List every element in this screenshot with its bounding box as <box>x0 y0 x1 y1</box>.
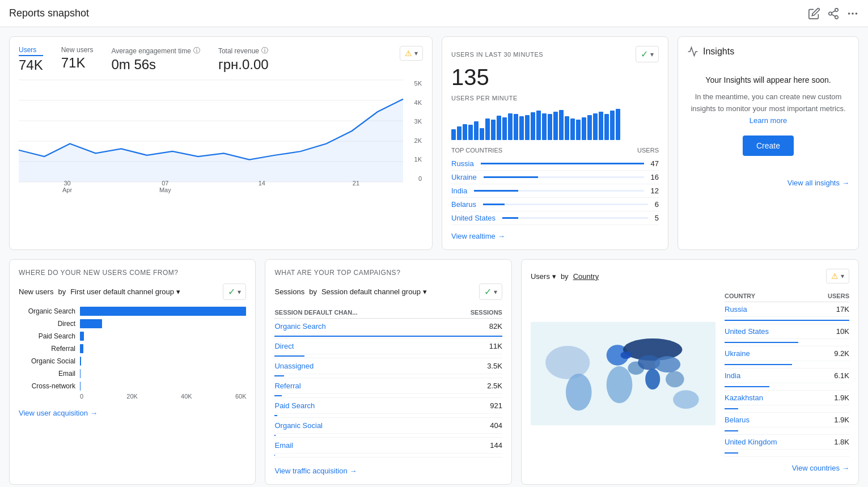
header: Reports snapshot <box>0 0 868 27</box>
hbar <box>80 357 81 366</box>
table-row: Unassigned 3.5K <box>274 358 502 374</box>
sessions-bar <box>274 415 277 416</box>
sessions-bar <box>274 375 283 376</box>
hbar-wrap <box>80 319 246 328</box>
channel-label: Organic Search <box>19 307 75 315</box>
world-map-svg <box>531 290 715 457</box>
country-name[interactable]: Ukraine <box>451 173 477 181</box>
insights-main-text: Your Insights will appear here soon. <box>687 75 849 84</box>
bar-rt <box>485 118 490 140</box>
more-icon[interactable] <box>846 7 859 20</box>
insights-sub-text: In the meantime, you can create new cust… <box>687 91 849 126</box>
users-label[interactable]: Users <box>19 46 43 56</box>
view-countries-link[interactable]: View countries → <box>531 464 849 472</box>
hbar-chart: Organic Search Direct Paid Search Referr… <box>19 307 246 391</box>
bar-rt <box>474 121 479 140</box>
campaigns-metric-selector[interactable]: Sessions by Session default channel grou… <box>274 287 426 296</box>
revenue-label: Total revenue ⓘ <box>218 46 269 56</box>
geo-country-name[interactable]: India <box>725 369 813 383</box>
country-name[interactable]: Belarus <box>451 200 476 209</box>
revenue-info-icon[interactable]: ⓘ <box>261 46 268 56</box>
view-all-insights-link[interactable]: View all insights → <box>687 179 849 187</box>
acquisition-metric-selector[interactable]: New users by First user default channel … <box>19 287 180 296</box>
realtime-title: USERS IN LAST 30 MINUTES <box>451 51 543 58</box>
table-row: Paid Search 921 <box>274 398 502 414</box>
geo-country-name[interactable]: United States <box>725 324 813 339</box>
campaign-name[interactable]: Paid Search <box>274 398 439 414</box>
table-row: United Kingdom 1.8K <box>725 435 849 450</box>
country-name[interactable]: United States <box>451 214 496 222</box>
hbar-row: Cross-network <box>19 382 246 391</box>
warning-icon: ⚠ <box>831 272 839 281</box>
chart-inner <box>19 80 403 182</box>
realtime-filter-button[interactable]: ✓ ▾ <box>636 46 659 62</box>
country-name[interactable]: India <box>451 187 467 195</box>
engagement-info-icon[interactable]: ⓘ <box>193 46 200 56</box>
chevron-down-icon: ▾ <box>841 272 844 280</box>
hbar-wrap <box>80 332 246 341</box>
arrow-right-icon: → <box>498 232 505 240</box>
campaigns-section-title: WHAT ARE YOUR TOP CAMPAIGNS? <box>274 269 502 277</box>
edit-icon[interactable] <box>808 7 820 20</box>
bar-rt <box>559 110 564 140</box>
country-row: Belarus 6 <box>451 198 659 211</box>
campaign-sessions: 144 <box>439 438 502 454</box>
arrow-right-icon: → <box>842 464 849 472</box>
svg-line-4 <box>832 10 835 12</box>
bar-rt <box>457 126 461 140</box>
geo-country-name[interactable]: United Kingdom <box>725 435 813 450</box>
sessions-bar-cell <box>274 374 502 378</box>
table-row: Organic Search 82K <box>274 319 502 334</box>
bar-rt <box>548 114 552 140</box>
country-row: Russia 47 <box>451 157 659 171</box>
country-bar <box>484 176 538 178</box>
chevron-down-icon: ▾ <box>238 288 241 296</box>
country-bar <box>502 217 518 219</box>
geo-country-name[interactable]: Russia <box>725 302 813 317</box>
create-button[interactable]: Create <box>743 135 794 156</box>
chart-x-labels: 30Apr 07May 14 21 <box>19 180 403 193</box>
users-alert-button[interactable]: ⚠ ▾ <box>400 46 423 61</box>
page-title: Reports snapshot <box>9 7 89 19</box>
view-acquisition-link[interactable]: View user acquisition → <box>19 409 246 417</box>
geo-alert-button[interactable]: ⚠ ▾ <box>826 269 849 283</box>
geo-country-users: 6.1K <box>813 369 849 383</box>
country-bar-wrap <box>502 217 648 219</box>
svg-point-27 <box>620 352 632 359</box>
campaign-name[interactable]: Organic Social <box>274 418 439 434</box>
country-bar-wrap <box>474 190 643 192</box>
geo-bar <box>725 364 792 365</box>
svg-point-24 <box>666 371 684 387</box>
campaign-name[interactable]: Direct <box>274 338 439 354</box>
share-icon[interactable] <box>827 7 840 20</box>
acquisition-card: WHERE DO YOUR NEW USERS COME FROM? New u… <box>9 259 256 485</box>
country-bar-wrap <box>484 176 644 178</box>
svg-point-0 <box>835 8 839 11</box>
view-realtime-link[interactable]: View realtime → <box>451 232 659 240</box>
geo-table-wrap: COUNTRY USERS Russia 17K United States 1… <box>725 290 849 457</box>
view-traffic-link[interactable]: View traffic acquisition → <box>274 467 502 475</box>
hbar-x-labels: 020K40K60K <box>80 393 246 400</box>
bar-rt <box>531 112 535 140</box>
geo-metric-selector[interactable]: Users ▾ by Country <box>531 272 599 281</box>
geo-bar-cell <box>725 383 849 391</box>
sessions-bar <box>274 336 502 337</box>
campaigns-filter-button[interactable]: ✓ ▾ <box>479 283 502 300</box>
geo-country-name[interactable]: Belarus <box>725 413 813 427</box>
acquisition-filter-button[interactable]: ✓ ▾ <box>223 283 246 300</box>
geo-country-name[interactable]: Kazakhstan <box>725 391 813 405</box>
table-row: Referral 2.5K <box>274 378 502 394</box>
bar-rt <box>502 117 507 140</box>
geo-country-name[interactable]: Ukraine <box>725 346 813 361</box>
table-row: Belarus 1.9K <box>725 413 849 427</box>
country-name[interactable]: Russia <box>451 159 474 168</box>
campaign-name[interactable]: Email <box>274 438 439 454</box>
users-col-label: USERS <box>637 147 659 154</box>
campaign-name[interactable]: Referral <box>274 378 439 394</box>
campaign-sessions: 921 <box>439 398 502 414</box>
campaign-name[interactable]: Unassigned <box>274 358 439 374</box>
campaign-name[interactable]: Organic Search <box>274 319 439 334</box>
svg-marker-14 <box>19 99 403 182</box>
geo-bar-cell <box>725 427 849 435</box>
learn-more-link[interactable]: Learn more <box>750 116 787 125</box>
